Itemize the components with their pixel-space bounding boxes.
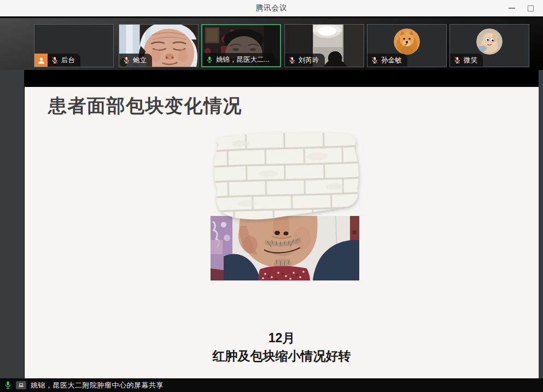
participant-name: 姚锦，昆医大二... — [216, 55, 270, 65]
name-pill: 微笑 — [450, 54, 483, 67]
window-controls — [503, 0, 540, 16]
participant-name: 鲍立 — [133, 56, 147, 65]
mic-muted-icon — [288, 56, 296, 64]
slide-caption-status: 红肿及包块缩小情况好转 — [25, 348, 539, 365]
participant-tile-sunjinmin[interactable]: 孙金敏 — [367, 24, 447, 67]
shared-screen-area: 患者面部包块变化情况 — [0, 70, 543, 378]
participant-tile-yaojin[interactable]: 姚锦，昆医大二... — [201, 24, 281, 67]
name-pill: 鲍立 — [119, 54, 152, 67]
cartoon-avatar-image — [476, 28, 503, 55]
participant-name: 刘芮吟 — [299, 56, 319, 65]
participant-name: 后台 — [61, 56, 75, 65]
avatar-cartoon — [476, 28, 503, 55]
participant-tile-baoli[interactable]: 鲍立 — [119, 24, 198, 67]
name-pill: 姚锦，昆医大二... — [202, 53, 275, 66]
mic-active-icon — [4, 381, 11, 390]
participant-tile-liuruiyin[interactable]: 刘芮吟 — [284, 24, 364, 67]
mic-muted-icon — [51, 56, 59, 64]
window-titlebar: 腾讯会议 — [0, 0, 543, 16]
mic-muted-icon — [371, 56, 378, 64]
mic-muted-icon — [122, 56, 130, 64]
slide-title: 患者面部包块变化情况 — [48, 93, 242, 119]
name-pill: 孙金敏 — [367, 54, 407, 67]
avatar-dog — [394, 28, 420, 55]
minimize-button[interactable] — [503, 0, 521, 16]
maximize-button[interactable] — [521, 0, 540, 16]
participant-tile-houtai[interactable]: 后台 — [34, 24, 114, 67]
person-icon — [37, 56, 45, 65]
slide-caption-month: 12月 — [25, 330, 539, 347]
name-pill: 后台 — [48, 54, 80, 67]
shared-screen-stage: 患者面部包块变化情况 — [24, 70, 539, 378]
presentation-slide: 患者面部包块变化情况 — [25, 87, 539, 378]
patient-photo-image — [211, 216, 359, 280]
participant-strip: 后台 — [0, 16, 543, 70]
screen-share-icon — [16, 381, 26, 389]
dog-avatar-image — [394, 28, 420, 55]
presence-badge — [34, 54, 48, 67]
privacy-brick-overlay-image — [208, 130, 365, 225]
participant-name: 孙金敏 — [381, 56, 402, 65]
minimize-icon — [509, 8, 515, 9]
mic-muted-icon — [453, 56, 461, 64]
window-title: 腾讯会议 — [256, 3, 288, 13]
participant-tile-weixiao[interactable]: 微笑 — [449, 24, 529, 67]
maximize-icon — [528, 5, 534, 11]
name-pill: 刘芮吟 — [285, 54, 325, 67]
share-status-text: 姚锦，昆医大二附院肿瘤中心的屏幕共享 — [31, 381, 164, 390]
share-status-bar: 姚锦，昆医大二附院肿瘤中心的屏幕共享 — [0, 378, 543, 392]
mic-active-icon — [206, 56, 213, 63]
tencent-meeting-window: 腾讯会议 后台 — [0, 0, 543, 392]
participant-name: 微笑 — [464, 56, 477, 65]
